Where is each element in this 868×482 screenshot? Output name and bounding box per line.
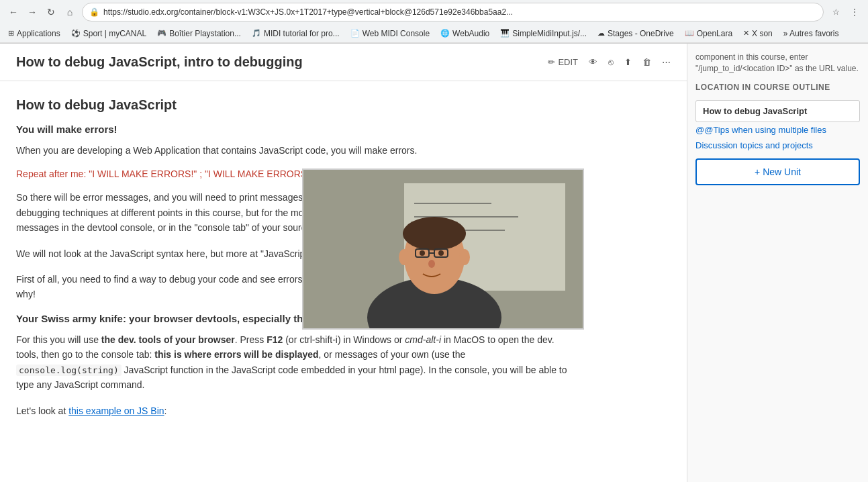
right-sidebar: component in this course, enter "/jump_t… (687, 44, 868, 482)
stages-icon: ☁ (597, 29, 605, 38)
bookmark-applications-label: Applications (17, 29, 60, 38)
article-paragraph-5: For this you will use the dev. tools of … (16, 332, 568, 393)
bookmark-autres[interactable]: » Autres favoris (781, 28, 842, 40)
applications-icon: ⊞ (8, 29, 14, 38)
new-unit-button[interactable]: + New Unit (695, 158, 860, 185)
p5-f12: F12 (267, 334, 283, 345)
bookmark-sport[interactable]: ⚽ Sport | myCANAL (68, 28, 149, 40)
address-bar[interactable]: 🔒 https://studio.edx.org/container/block… (82, 3, 824, 21)
p5-bold2: this is where errors will be displayed (154, 349, 318, 360)
openlara-icon: 📖 (685, 29, 694, 38)
bookmark-applications[interactable]: ⊞ Applications (5, 28, 63, 40)
bookmark-web-midi[interactable]: 📄 Web MIDI Console (348, 28, 432, 40)
toolbar-icons: ☆ ⋮ (828, 4, 863, 20)
article-heading-2: You will make errors! (16, 124, 568, 135)
main-layout: How to debug JavaScript, intro to debugg… (0, 44, 868, 482)
share-button[interactable]: ⎋ (608, 57, 614, 67)
tips-link[interactable]: @@Tips when using multiple files (695, 125, 860, 135)
bookmark-stages[interactable]: ☁ Stages - OneDrive (595, 28, 677, 40)
back-button[interactable]: ← (5, 4, 21, 20)
content-title: How to debug JavaScript, intro to debugg… (16, 54, 303, 70)
xson-icon: ✕ (743, 29, 749, 38)
svg-point-14 (399, 249, 409, 265)
export-icon: ⬆ (624, 57, 632, 67)
p5-mid4: , or messages of your own (use the (319, 349, 466, 360)
p5-italic: cmd-alt-i (405, 334, 441, 345)
address-text: https://studio.edx.org/container/block-v… (103, 7, 816, 17)
header-actions: ✏ EDIT 👁 ⎋ ⬆ 🗑 ⋯ (548, 57, 671, 67)
article-heading-1: How to debug JavaScript (16, 97, 568, 113)
p5-code: console.log(string) (16, 365, 122, 376)
content-area[interactable]: How to debug JavaScript, intro to debugg… (0, 44, 687, 482)
delete-button[interactable]: 🗑 (642, 57, 651, 67)
browser-chrome: ← → ↻ ⌂ 🔒 https://studio.edx.org/contain… (0, 0, 868, 44)
bookmark-simplemidi-label: SimpleMidiInput.js/... (512, 29, 587, 38)
location-header: LOCATION IN COURSE OUTLINE (695, 83, 860, 92)
playstation-icon: 🎮 (157, 29, 166, 38)
share-icon: ⎋ (608, 57, 614, 67)
bookmark-stages-label: Stages - OneDrive (608, 29, 674, 38)
web-midi-icon: 📄 (350, 29, 360, 38)
bookmark-midi-tutorial[interactable]: 🎵 MIDI tutorial for pro... (249, 28, 342, 40)
bookmark-xson[interactable]: ✕ X son (740, 28, 775, 40)
bookmark-web-midi-label: Web MIDI Console (363, 29, 430, 38)
edit-label: EDIT (558, 57, 578, 67)
bookmark-webaudio[interactable]: 🌐 WebAudio (438, 28, 492, 40)
midi-tutorial-icon: 🎵 (252, 29, 261, 38)
article-content: How to debug JavaScript You will make er… (0, 81, 584, 445)
edit-pencil-icon: ✏ (548, 57, 555, 67)
star-icon[interactable]: ☆ (828, 4, 844, 20)
svg-point-15 (459, 249, 470, 265)
video-content (303, 170, 583, 328)
eye-icon: 👁 (589, 57, 597, 67)
bookmark-sport-label: Sport | myCANAL (83, 29, 146, 38)
ellipsis-icon: ⋯ (662, 57, 671, 67)
home-button[interactable]: ⌂ (62, 4, 78, 20)
video-svg (303, 170, 584, 330)
webaudio-icon: 🌐 (440, 29, 450, 38)
more-button[interactable]: ⋯ (662, 57, 671, 67)
outline-item-label: How to debug JavaScript (703, 106, 807, 116)
svg-point-7 (403, 217, 466, 250)
bookmark-playstation[interactable]: 🎮 Boîtier Playstation... (154, 28, 244, 40)
p5-mid1: . Press (235, 334, 267, 345)
bookmark-openlara-label: OpenLara (697, 29, 732, 38)
article-paragraph-6: Let's look at this example on JS Bin: (16, 403, 568, 418)
bookmark-autres-label: » Autres favoris (783, 29, 839, 38)
content-header: How to debug JavaScript, intro to debugg… (0, 44, 687, 81)
bookmark-simplemidi[interactable]: 🎹 SimpleMidiInput.js/... (497, 28, 589, 40)
export-button[interactable]: ⬆ (624, 57, 632, 67)
p5-bold: the dev. tools of your browser (101, 334, 235, 345)
nav-buttons: ← → ↻ ⌂ (5, 4, 78, 20)
browser-toolbar: ← → ↻ ⌂ 🔒 https://studio.edx.org/contain… (0, 0, 868, 24)
p6-end: : (164, 405, 167, 416)
menu-icon[interactable]: ⋮ (847, 4, 863, 20)
p5-start: For this you will use (16, 334, 101, 345)
sidebar-intro-text: component in this course, enter "/jump_t… (695, 52, 860, 75)
edit-button[interactable]: ✏ EDIT (548, 57, 578, 67)
article-paragraph-1: When you are developing a Web Applicatio… (16, 143, 568, 158)
simplemidi-icon: 🎹 (500, 29, 510, 38)
lock-icon: 🔒 (89, 7, 99, 17)
jsbin-link[interactable]: this example on JS Bin (68, 405, 164, 416)
forward-button[interactable]: → (24, 4, 40, 20)
svg-point-12 (438, 250, 444, 256)
trash-icon: 🗑 (642, 57, 651, 67)
visibility-button[interactable]: 👁 (589, 57, 597, 67)
svg-point-11 (420, 250, 425, 256)
p5-mid2: (or ctrl-shift-i) in Windows or (283, 334, 405, 345)
video-overlay (302, 168, 584, 330)
bookmark-xson-label: X son (752, 29, 773, 38)
bookmark-midi-tutorial-label: MIDI tutorial for pro... (264, 29, 340, 38)
bookmarks-bar: ⊞ Applications ⚽ Sport | myCANAL 🎮 Boîti… (0, 24, 868, 43)
reload-button[interactable]: ↻ (43, 4, 59, 20)
p6-start: Let's look at (16, 405, 68, 416)
discussion-link[interactable]: Discussion topics and projects (695, 140, 860, 150)
bookmark-webaudio-label: WebAudio (452, 29, 489, 38)
bookmark-openlara[interactable]: 📖 OpenLara (682, 28, 735, 40)
bookmark-playstation-label: Boîtier Playstation... (169, 29, 241, 38)
svg-point-13 (428, 260, 435, 268)
course-outline-item-active[interactable]: How to debug JavaScript (695, 100, 860, 122)
sport-icon: ⚽ (71, 29, 81, 38)
